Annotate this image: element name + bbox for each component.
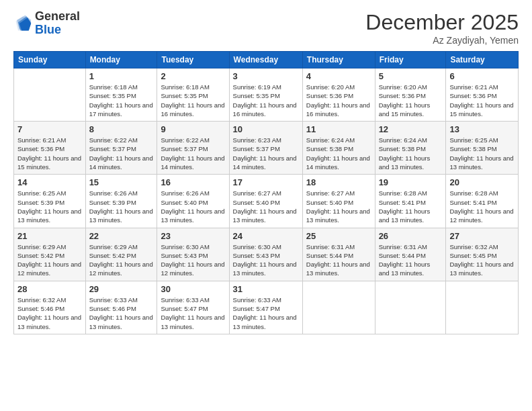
table-cell: 9Sunrise: 6:22 AM Sunset: 5:37 PM Daylig… [157,122,229,175]
day-info: Sunrise: 6:28 AM Sunset: 5:41 PM Dayligh… [449,189,515,224]
header-monday: Monday [85,52,157,68]
header-tuesday: Tuesday [157,52,229,68]
table-cell: 26Sunrise: 6:31 AM Sunset: 5:44 PM Dayli… [375,228,446,281]
week-row-2: 7Sunrise: 6:21 AM Sunset: 5:36 PM Daylig… [14,122,519,175]
table-cell: 10Sunrise: 6:23 AM Sunset: 5:37 PM Dayli… [229,122,302,175]
logo: General Blue [13,10,80,37]
table-cell: 31Sunrise: 6:33 AM Sunset: 5:47 PM Dayli… [229,281,302,334]
table-cell: 22Sunrise: 6:29 AM Sunset: 5:42 PM Dayli… [85,228,157,281]
day-info: Sunrise: 6:19 AM Sunset: 5:35 PM Dayligh… [233,83,299,118]
day-info: Sunrise: 6:18 AM Sunset: 5:35 PM Dayligh… [89,83,154,118]
day-number: 30 [161,284,225,294]
day-info: Sunrise: 6:29 AM Sunset: 5:42 PM Dayligh… [17,242,82,278]
day-number: 22 [89,231,154,241]
header: General Blue December 2025 Az Zaydiyah, … [13,10,519,46]
table-cell: 15Sunrise: 6:26 AM Sunset: 5:39 PM Dayli… [85,175,157,228]
page: General Blue December 2025 Az Zaydiyah, … [0,0,532,411]
day-number: 31 [233,284,299,294]
table-cell [446,281,519,334]
table-cell: 19Sunrise: 6:28 AM Sunset: 5:41 PM Dayli… [375,175,446,228]
logo-blue: Blue [35,23,61,36]
header-saturday: Saturday [446,52,519,68]
weekday-header-row: Sunday Monday Tuesday Wednesday Thursday… [14,52,519,68]
day-info: Sunrise: 6:22 AM Sunset: 5:37 PM Dayligh… [89,136,154,171]
day-info: Sunrise: 6:27 AM Sunset: 5:40 PM Dayligh… [306,189,371,224]
day-info: Sunrise: 6:30 AM Sunset: 5:43 PM Dayligh… [161,242,225,278]
day-info: Sunrise: 6:22 AM Sunset: 5:37 PM Dayligh… [161,136,225,171]
table-cell: 21Sunrise: 6:29 AM Sunset: 5:42 PM Dayli… [14,228,86,281]
day-number: 24 [233,231,299,241]
day-info: Sunrise: 6:25 AM Sunset: 5:39 PM Dayligh… [17,189,82,224]
day-number: 9 [161,124,225,134]
table-cell: 24Sunrise: 6:30 AM Sunset: 5:43 PM Dayli… [229,228,302,281]
day-number: 15 [89,177,154,187]
logo-text: General Blue [35,10,80,37]
day-number: 13 [449,124,515,134]
table-cell: 27Sunrise: 6:32 AM Sunset: 5:45 PM Dayli… [446,228,519,281]
table-cell: 25Sunrise: 6:31 AM Sunset: 5:44 PM Dayli… [302,228,375,281]
table-cell: 28Sunrise: 6:32 AM Sunset: 5:46 PM Dayli… [14,281,86,334]
table-cell [14,68,86,122]
table-cell: 13Sunrise: 6:25 AM Sunset: 5:38 PM Dayli… [446,122,519,175]
day-number: 5 [379,71,443,81]
day-info: Sunrise: 6:18 AM Sunset: 5:35 PM Dayligh… [161,83,225,118]
day-number: 12 [379,124,443,134]
table-cell: 7Sunrise: 6:21 AM Sunset: 5:36 PM Daylig… [14,122,86,175]
day-info: Sunrise: 6:28 AM Sunset: 5:41 PM Dayligh… [379,189,443,224]
table-cell: 4Sunrise: 6:20 AM Sunset: 5:36 PM Daylig… [302,68,375,122]
day-number: 25 [306,231,371,241]
day-number: 4 [306,71,371,81]
header-sunday: Sunday [14,52,86,68]
day-number: 28 [17,284,82,294]
day-info: Sunrise: 6:31 AM Sunset: 5:44 PM Dayligh… [306,242,371,278]
day-number: 6 [449,71,515,81]
header-friday: Friday [375,52,446,68]
header-wednesday: Wednesday [229,52,302,68]
day-info: Sunrise: 6:23 AM Sunset: 5:37 PM Dayligh… [233,136,299,171]
logo-general: General [35,9,80,23]
table-cell: 23Sunrise: 6:30 AM Sunset: 5:43 PM Dayli… [157,228,229,281]
day-info: Sunrise: 6:25 AM Sunset: 5:38 PM Dayligh… [449,136,515,171]
day-number: 27 [449,231,515,241]
day-number: 23 [161,231,225,241]
day-info: Sunrise: 6:20 AM Sunset: 5:36 PM Dayligh… [306,83,371,118]
week-row-3: 14Sunrise: 6:25 AM Sunset: 5:39 PM Dayli… [14,175,519,228]
day-number: 11 [306,124,371,134]
table-cell: 14Sunrise: 6:25 AM Sunset: 5:39 PM Dayli… [14,175,86,228]
day-number: 21 [17,231,82,241]
table-cell [302,281,375,334]
day-number: 8 [89,124,154,134]
table-cell: 2Sunrise: 6:18 AM Sunset: 5:35 PM Daylig… [157,68,229,122]
table-cell: 18Sunrise: 6:27 AM Sunset: 5:40 PM Dayli… [302,175,375,228]
day-number: 3 [233,71,299,81]
table-cell: 20Sunrise: 6:28 AM Sunset: 5:41 PM Dayli… [446,175,519,228]
day-info: Sunrise: 6:21 AM Sunset: 5:36 PM Dayligh… [17,136,82,171]
day-number: 19 [379,177,443,187]
day-number: 16 [161,177,225,187]
title-block: December 2025 Az Zaydiyah, Yemen [365,10,519,46]
week-row-1: 1Sunrise: 6:18 AM Sunset: 5:35 PM Daylig… [14,68,519,122]
table-cell: 1Sunrise: 6:18 AM Sunset: 5:35 PM Daylig… [85,68,157,122]
day-info: Sunrise: 6:29 AM Sunset: 5:42 PM Dayligh… [89,242,154,278]
day-info: Sunrise: 6:31 AM Sunset: 5:44 PM Dayligh… [379,242,443,278]
table-cell: 12Sunrise: 6:24 AM Sunset: 5:38 PM Dayli… [375,122,446,175]
location: Az Zaydiyah, Yemen [365,35,519,46]
table-cell [375,281,446,334]
table-cell: 30Sunrise: 6:33 AM Sunset: 5:47 PM Dayli… [157,281,229,334]
day-info: Sunrise: 6:30 AM Sunset: 5:43 PM Dayligh… [233,242,299,278]
day-number: 1 [89,71,154,81]
calendar-table: Sunday Monday Tuesday Wednesday Thursday… [13,51,519,334]
day-number: 10 [233,124,299,134]
header-thursday: Thursday [302,52,375,68]
day-number: 7 [17,124,82,134]
day-info: Sunrise: 6:24 AM Sunset: 5:38 PM Dayligh… [379,136,443,171]
day-info: Sunrise: 6:32 AM Sunset: 5:45 PM Dayligh… [449,242,515,278]
day-number: 14 [17,177,82,187]
table-cell: 8Sunrise: 6:22 AM Sunset: 5:37 PM Daylig… [85,122,157,175]
day-number: 17 [233,177,299,187]
week-row-4: 21Sunrise: 6:29 AM Sunset: 5:42 PM Dayli… [14,228,519,281]
day-number: 2 [161,71,225,81]
day-info: Sunrise: 6:33 AM Sunset: 5:46 PM Dayligh… [89,295,154,331]
table-cell: 3Sunrise: 6:19 AM Sunset: 5:35 PM Daylig… [229,68,302,122]
day-info: Sunrise: 6:27 AM Sunset: 5:40 PM Dayligh… [233,189,299,224]
